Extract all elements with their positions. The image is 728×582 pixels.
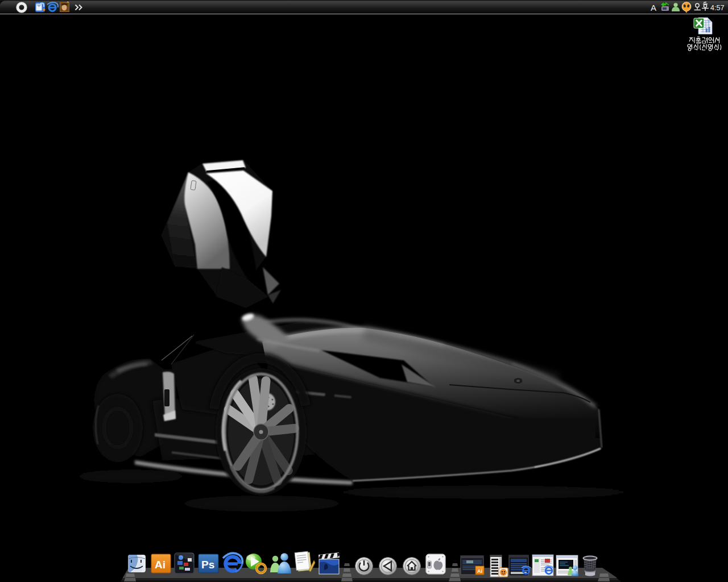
svg-text:A: A (651, 3, 656, 13)
svg-text:Ai: Ai (155, 559, 166, 571)
svg-text:Ps: Ps (201, 559, 214, 571)
svg-text:4:57: 4:57 (710, 4, 724, 12)
svg-text:Ai: Ai (477, 568, 482, 574)
